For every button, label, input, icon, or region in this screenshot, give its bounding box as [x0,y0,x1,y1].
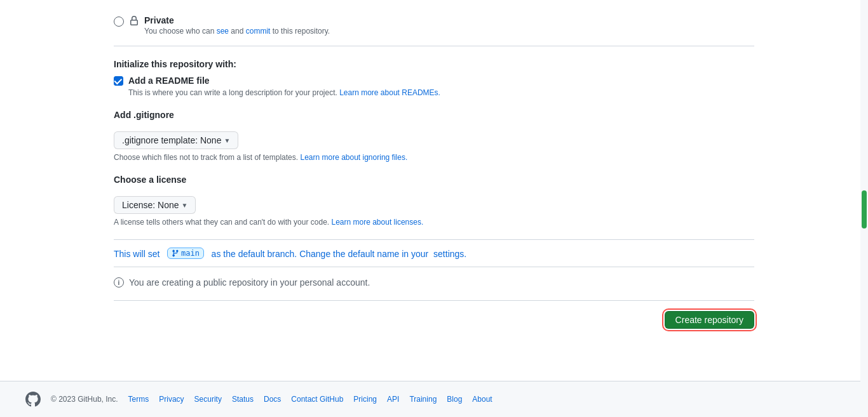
private-radio-button[interactable] [114,17,124,27]
private-text-block: Private You choose who can see and commi… [144,15,330,36]
private-description: You choose who can see and commit to thi… [144,27,330,36]
branch-suffix: as the default branch. Change the defaul… [212,249,429,259]
branch-prefix: This will set [114,249,159,259]
footer-copyright: © 2023 GitHub, Inc. [51,395,118,404]
footer-link-contact-github[interactable]: Contact GitHub [291,395,343,404]
create-repository-button[interactable]: Create repository [665,311,754,329]
lock-icon [129,16,139,26]
gitignore-description: Choose which files not to track from a l… [114,153,754,162]
initialize-heading: Initialize this repository with: [114,59,754,69]
scrollbar-track [860,0,868,417]
initialize-section: Initialize this repository with: Add a R… [114,59,754,97]
footer-link-pricing[interactable]: Pricing [353,395,377,404]
readme-row: Add a README file [114,76,754,86]
footer-link-blog[interactable]: Blog [447,395,462,404]
branch-badge: main [167,248,204,259]
footer-link-terms[interactable]: Terms [128,395,149,404]
footer-link-training[interactable]: Training [409,395,437,404]
license-dropdown-label: License: None [122,200,179,210]
footer-link-privacy[interactable]: Privacy [159,395,184,404]
readme-learn-link[interactable]: Learn more about READMEs. [339,88,440,97]
footer-link-about[interactable]: About [472,395,492,404]
branch-name: main [181,249,200,258]
github-logo [25,392,41,407]
private-label: Private [144,15,330,25]
gitignore-learn-link[interactable]: Learn more about ignoring files. [300,153,407,162]
branch-icon [172,249,179,257]
scrollbar-thumb[interactable] [862,190,867,228]
readme-label: Add a README file [128,76,210,86]
license-dropdown[interactable]: License: None ▼ [114,196,196,214]
public-notice-text: You are creating a public repository in … [129,277,370,288]
license-dropdown-arrow: ▼ [182,202,188,209]
page-wrapper: Private You choose who can see and commi… [0,0,868,417]
license-heading: Choose a license [114,175,754,185]
commit-link[interactable]: commit [246,27,271,36]
public-notice: i You are creating a public repository i… [114,277,754,288]
form-section: Private You choose who can see and commi… [114,0,754,349]
license-learn-link[interactable]: Learn more about licenses. [332,218,424,227]
footer-link-api[interactable]: API [387,395,399,404]
gitignore-dropdown[interactable]: .gitignore template: None ▼ [114,131,238,149]
see-link[interactable]: see [217,27,229,36]
footer: © 2023 GitHub, Inc. Terms Privacy Securi… [0,381,868,417]
gitignore-dropdown-label: .gitignore template: None [122,135,221,145]
readme-description: This is where you can write a long descr… [128,88,754,97]
gitignore-dropdown-arrow: ▼ [224,137,230,144]
readme-checkbox[interactable] [114,76,123,86]
license-section: Choose a license License: None ▼ A licen… [114,175,754,227]
gitignore-section: Add .gitignore .gitignore template: None… [114,110,754,162]
license-description: A license tells others what they can and… [114,218,754,227]
footer-links: Terms Privacy Security Status Docs Conta… [128,395,492,404]
gitignore-heading: Add .gitignore [114,110,754,120]
private-option-row: Private You choose who can see and commi… [114,10,754,46]
branch-notice: This will set main as the default branch… [114,239,754,267]
footer-link-docs[interactable]: Docs [264,395,281,404]
info-icon: i [114,277,124,288]
button-row: Create repository [114,300,754,339]
settings-link[interactable]: settings [433,249,464,259]
main-content: Private You choose who can see and commi… [104,0,764,381]
footer-link-status[interactable]: Status [232,395,254,404]
footer-link-security[interactable]: Security [194,395,222,404]
